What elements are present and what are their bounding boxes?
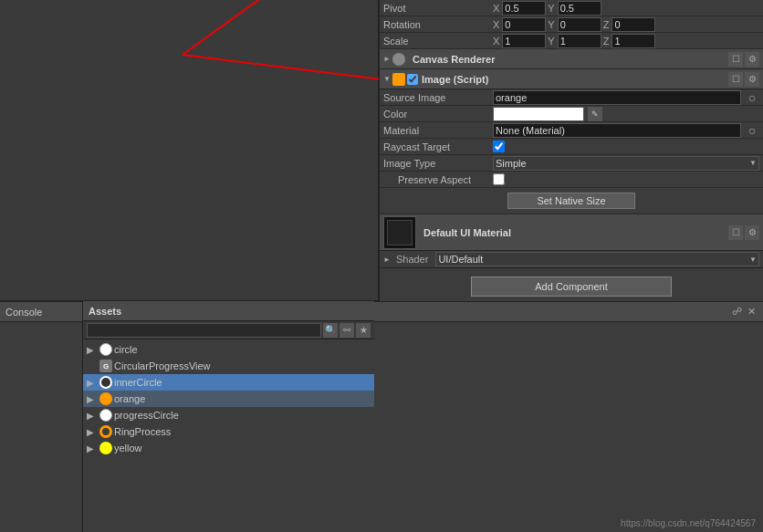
scale-x-input[interactable] (502, 34, 546, 48)
pivot-values: X Y (493, 1, 759, 16)
assets-filter-button[interactable]: ⚯ (340, 323, 354, 338)
asset-name: orange (114, 393, 145, 404)
image-script-menu-btn[interactable]: ⚙ (745, 72, 759, 87)
color-label: Color (383, 109, 493, 120)
pivot-x-label: X (493, 3, 499, 14)
asset-icon (99, 409, 112, 422)
image-script-title: Image (Script) (422, 74, 488, 85)
rotation-x-label: X (493, 19, 499, 30)
image-type-value-group: Simple ▼ (493, 156, 759, 171)
material-header-icons: ☐ ⚙ (728, 225, 759, 240)
pivot-row: Pivot X Y (380, 0, 763, 16)
rotation-z-input[interactable] (611, 17, 655, 32)
console-close-btn[interactable]: ✕ (746, 306, 758, 318)
watermark: https://blog.csdn.net/q764424567 (621, 518, 756, 528)
canvas-renderer-settings-btn[interactable]: ☐ (728, 52, 743, 67)
asset-icon (99, 343, 112, 356)
set-native-size-area: Set Native Size (380, 188, 763, 214)
asset-item[interactable]: ▶progressCircle (83, 407, 374, 423)
assets-search-button[interactable]: 🔍 (323, 323, 338, 338)
source-image-label: Source Image (383, 92, 493, 103)
asset-icon: G (99, 360, 112, 372)
asset-item[interactable]: ▶RingProcess (83, 423, 374, 440)
asset-item[interactable]: ▶orange (83, 391, 374, 407)
rotation-y-label: Y (548, 19, 554, 30)
asset-expand-arrow: ▶ (87, 411, 98, 421)
preserve-aspect-value-group (493, 173, 759, 185)
asset-name: CircularProgressView (114, 360, 211, 371)
scale-x-label: X (493, 36, 499, 47)
source-image-picker-icon[interactable]: ○ (745, 90, 759, 105)
material-input[interactable] (493, 123, 741, 138)
asset-name: innerCircle (114, 377, 162, 388)
asset-item[interactable]: ▶circle (83, 341, 374, 358)
raycast-target-value-group (493, 141, 759, 152)
set-native-size-button[interactable]: Set Native Size (507, 193, 635, 209)
color-swatch[interactable] (493, 107, 584, 121)
image-type-dropdown-arrow: ▼ (749, 159, 757, 167)
canvas-renderer-title: Canvas Renderer (413, 54, 496, 65)
asset-name: yellow (114, 443, 142, 454)
material-picker-icon[interactable]: ○ (745, 123, 759, 138)
scale-y-input[interactable] (558, 34, 601, 48)
asset-expand-arrow: ▶ (87, 443, 98, 454)
pivot-y-input[interactable] (558, 1, 601, 16)
assets-search-input[interactable] (87, 323, 321, 338)
console-pin-btn[interactable]: ☍ (730, 306, 744, 318)
shader-value: UI/Default (438, 254, 483, 265)
assets-panel: Assets 🔍 ⚯ ★ ▶circleGCircularProgressVie… (82, 301, 374, 532)
scale-label: Scale (383, 36, 493, 47)
shader-row: ► Shader UI/Default ▼ (380, 251, 763, 267)
console-controls: ☍ ✕ (730, 306, 758, 318)
raycast-target-checkbox[interactable] (493, 141, 505, 152)
source-image-value-group: ○ (493, 90, 759, 105)
add-component-button[interactable]: Add Component (471, 276, 672, 297)
rotation-x-input[interactable] (502, 17, 546, 32)
shader-expand-icon: ► (383, 256, 391, 264)
canvas-renderer-header-icons: ☐ ⚙ (728, 52, 759, 67)
console-title: Console (5, 307, 42, 318)
material-menu-btn[interactable]: ⚙ (745, 225, 759, 240)
image-script-icon (392, 73, 405, 86)
rotation-y-input[interactable] (558, 17, 601, 32)
pivot-x-input[interactable] (502, 1, 546, 16)
add-component-area: Add Component (380, 268, 763, 301)
assets-search-bar: 🔍 ⚯ ★ (83, 321, 374, 339)
image-script-collapse-icon: ▼ (383, 75, 392, 84)
canvas-renderer-header[interactable]: ► Canvas Renderer ☐ ⚙ (380, 49, 763, 69)
scale-z-label: Z (603, 36, 610, 47)
asset-expand-arrow: ▶ (87, 345, 98, 355)
asset-item[interactable]: GCircularProgressView (83, 358, 374, 374)
material-info: Default UI Material (423, 227, 511, 238)
material-thumbnail (383, 216, 416, 249)
rotation-values: X Y Z (493, 17, 759, 32)
image-script-settings-btn[interactable]: ☐ (728, 72, 743, 87)
asset-expand-arrow: ▶ (87, 378, 98, 388)
color-value-group: ✎ (493, 107, 759, 121)
preserve-aspect-checkbox[interactable] (493, 173, 505, 185)
image-type-dropdown[interactable]: Simple ▼ (493, 156, 759, 171)
asset-name: RingProcess (114, 426, 171, 437)
asset-item[interactable]: ▶innerCircle (83, 374, 374, 391)
canvas-renderer-menu-btn[interactable]: ⚙ (745, 52, 759, 67)
material-value-group: ○ (493, 123, 759, 138)
shader-dropdown-arrow: ▼ (749, 256, 757, 264)
inspector-panel: Pivot X Y Rotation X Y Z Scale (379, 0, 763, 301)
scale-values: X Y Z (493, 34, 759, 48)
assets-star-button[interactable]: ★ (356, 323, 371, 338)
preserve-aspect-label: Preserve Aspect (383, 174, 493, 185)
scale-z-input[interactable] (611, 34, 655, 48)
assets-title: Assets (89, 306, 121, 317)
asset-icon (99, 425, 112, 438)
pivot-label: Pivot (383, 3, 493, 14)
asset-item[interactable]: ▶yellow (83, 440, 374, 456)
canvas-renderer-icon (392, 53, 405, 66)
material-settings-btn[interactable]: ☐ (728, 225, 743, 240)
raycast-target-label: Raycast Target (383, 141, 493, 152)
image-type-label: Image Type (383, 158, 493, 169)
shader-dropdown[interactable]: UI/Default ▼ (435, 252, 759, 266)
image-script-checkbox[interactable] (407, 74, 418, 85)
source-image-input[interactable] (493, 90, 741, 105)
color-edit-btn[interactable]: ✎ (588, 107, 602, 121)
image-script-header[interactable]: ▼ Image (Script) ☐ ⚙ (380, 69, 763, 89)
